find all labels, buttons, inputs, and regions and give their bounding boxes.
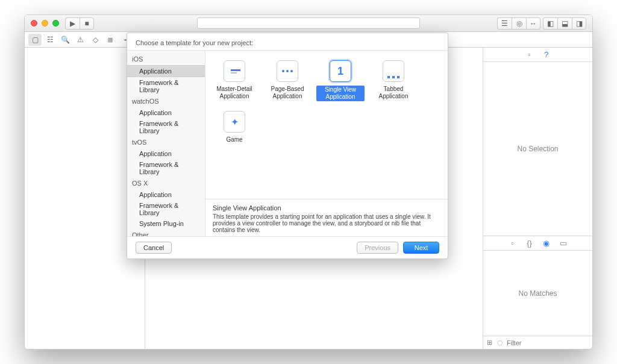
template-cell[interactable]: Tabbed Application bbox=[368, 57, 419, 105]
template-cell[interactable]: 1Single View Application bbox=[315, 57, 366, 105]
sidebar-item[interactable]: Framework & Library bbox=[127, 159, 205, 177]
sheet-body: iOSApplicationFramework & LibrarywatchOS… bbox=[127, 50, 448, 237]
media-library-icon[interactable]: ▭ bbox=[556, 237, 571, 249]
sheet-footer: Cancel Previous Next bbox=[127, 237, 448, 259]
assistant-editor-button[interactable]: ◎ bbox=[512, 17, 526, 30]
page-based-icon bbox=[277, 60, 298, 82]
template-sidebar: iOSApplicationFramework & LibrarywatchOS… bbox=[127, 51, 205, 236]
activity-viewer[interactable] bbox=[197, 17, 420, 29]
platform-heading: watchOS bbox=[127, 95, 205, 107]
template-cell[interactable]: Page-Based Application bbox=[262, 57, 313, 105]
sidebar-item[interactable]: Framework & Library bbox=[127, 200, 205, 218]
toggle-utilities-button[interactable]: ◨ bbox=[572, 17, 586, 30]
library-footer: ⊞ ◌ bbox=[483, 336, 592, 349]
next-button[interactable]: Next bbox=[403, 242, 439, 254]
library-filter-input[interactable] bbox=[507, 339, 590, 347]
master-detail-icon bbox=[224, 60, 245, 82]
issue-navigator-icon[interactable]: ⚠ bbox=[74, 34, 87, 46]
no-matches-label: No Matches bbox=[518, 289, 557, 298]
single-view-icon: 1 bbox=[330, 60, 351, 82]
new-project-sheet: Choose a template for your new project: … bbox=[127, 33, 448, 259]
play-icon: ▶ bbox=[70, 19, 75, 28]
debug-navigator-icon[interactable]: ≣ bbox=[104, 34, 117, 46]
template-label: Game bbox=[226, 136, 242, 143]
template-grid: Master-Detail ApplicationPage-Based Appl… bbox=[205, 51, 448, 199]
standard-editor-button[interactable]: ☰ bbox=[497, 17, 512, 30]
detail-desc: This template provides a starting point … bbox=[213, 213, 440, 233]
template-label: Single View Application bbox=[316, 86, 365, 101]
sidebar-item[interactable]: Framework & Library bbox=[127, 77, 205, 95]
panel-toggle-group: ◧ ⬓ ◨ bbox=[543, 17, 586, 30]
previous-button[interactable]: Previous bbox=[357, 242, 398, 254]
test-navigator-icon[interactable]: ◇ bbox=[89, 34, 102, 46]
platform-heading: Other bbox=[127, 229, 205, 236]
game-icon: ✦ bbox=[224, 111, 245, 133]
cancel-button[interactable]: Cancel bbox=[136, 242, 172, 254]
toggle-navigator-button[interactable]: ◧ bbox=[543, 17, 557, 30]
stop-button[interactable]: ■ bbox=[80, 17, 94, 30]
quick-help-icon[interactable]: ? bbox=[539, 49, 554, 61]
template-cell[interactable]: ✦Game bbox=[209, 107, 260, 147]
tabbed-icon bbox=[383, 60, 404, 82]
symbol-navigator-icon[interactable]: ☷ bbox=[43, 34, 57, 46]
sidebar-item[interactable]: Application bbox=[127, 107, 205, 118]
platform-heading: tvOS bbox=[127, 136, 205, 148]
utilities-panel: ▫ ? No Selection ▫ {} ◉ ▭ No Matches ⊞ ◌ bbox=[483, 48, 592, 349]
sidebar-item[interactable]: Application bbox=[127, 148, 205, 159]
run-stop-group: ▶ ■ bbox=[65, 17, 94, 30]
version-editor-button[interactable]: ↔ bbox=[526, 17, 540, 30]
close-icon[interactable] bbox=[31, 20, 37, 27]
editor-mode-group: ☰ ◎ ↔ bbox=[497, 17, 540, 30]
platform-heading: OS X bbox=[127, 177, 205, 189]
window-controls bbox=[31, 20, 59, 27]
search-navigator-icon[interactable]: 🔍 bbox=[58, 34, 72, 46]
template-label: Page-Based Application bbox=[263, 86, 312, 100]
grid-view-icon[interactable]: ⊞ bbox=[486, 338, 494, 348]
template-label: Tabbed Application bbox=[369, 86, 418, 100]
minimize-icon[interactable] bbox=[42, 20, 48, 27]
library-panel: ▫ {} ◉ ▭ No Matches ⊞ ◌ bbox=[483, 236, 592, 349]
template-label: Master-Detail Application bbox=[210, 86, 258, 100]
detail-name: Single View Application bbox=[213, 204, 440, 212]
sidebar-item[interactable]: Application bbox=[127, 65, 205, 77]
platform-heading: iOS bbox=[127, 53, 205, 65]
stop-icon: ■ bbox=[84, 19, 89, 28]
project-navigator-icon[interactable]: ▢ bbox=[28, 34, 42, 46]
inspector-selector: ▫ ? bbox=[483, 48, 592, 62]
library-body: No Matches bbox=[483, 251, 592, 336]
code-snippet-library-icon[interactable]: {} bbox=[522, 237, 537, 249]
sidebar-item[interactable]: Application bbox=[127, 189, 205, 200]
file-template-library-icon[interactable]: ▫ bbox=[505, 237, 521, 249]
object-library-icon[interactable]: ◉ bbox=[539, 237, 554, 249]
sidebar-item[interactable]: Framework & Library bbox=[127, 118, 205, 136]
toggle-debug-button[interactable]: ⬓ bbox=[557, 17, 572, 30]
library-selector: ▫ {} ◉ ▭ bbox=[483, 236, 592, 251]
maximize-icon[interactable] bbox=[52, 20, 59, 27]
template-detail: Single View Application This template pr… bbox=[205, 199, 448, 236]
sheet-title: Choose a template for your new project: bbox=[127, 33, 448, 50]
no-selection-label: No Selection bbox=[517, 145, 558, 153]
template-grid-area: Master-Detail ApplicationPage-Based Appl… bbox=[205, 51, 448, 236]
template-cell[interactable]: Master-Detail Application bbox=[209, 57, 260, 105]
filter-icon: ◌ bbox=[496, 338, 505, 348]
file-inspector-icon[interactable]: ▫ bbox=[522, 49, 537, 61]
run-button[interactable]: ▶ bbox=[65, 17, 80, 30]
inspector-body: No Selection bbox=[483, 62, 592, 236]
sidebar-item[interactable]: System Plug-in bbox=[127, 218, 205, 229]
titlebar: ▶ ■ ☰ ◎ ↔ ◧ ⬓ ◨ bbox=[25, 15, 592, 32]
